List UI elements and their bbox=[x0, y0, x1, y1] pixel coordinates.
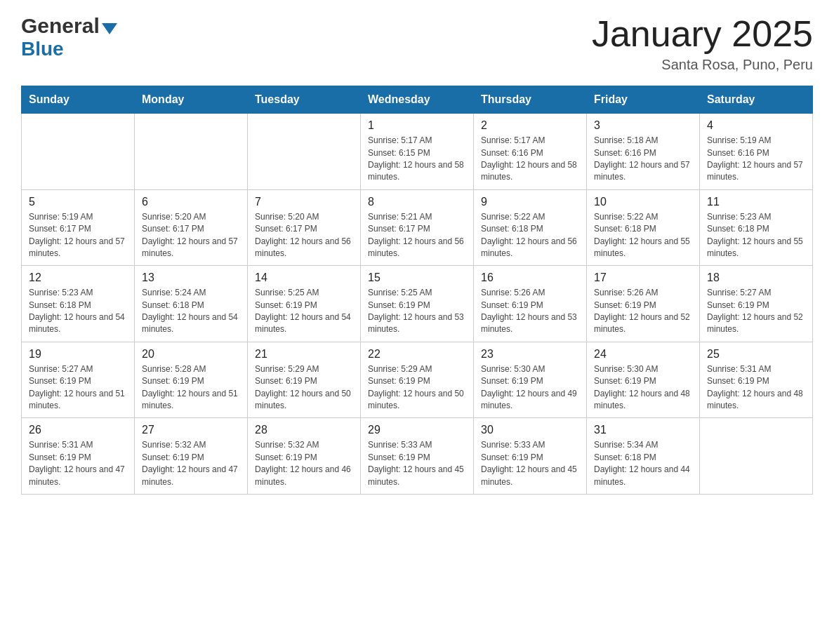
cell-day-number: 6 bbox=[142, 196, 240, 208]
logo-triangle-icon bbox=[102, 23, 117, 34]
cell-day-number: 3 bbox=[594, 119, 692, 132]
cell-info-text: Sunrise: 5:28 AM Sunset: 6:19 PM Dayligh… bbox=[142, 363, 240, 412]
cell-day-number: 26 bbox=[29, 424, 127, 436]
cell-day-number: 5 bbox=[29, 196, 127, 208]
calendar-cell bbox=[700, 418, 813, 495]
cell-info-text: Sunrise: 5:25 AM Sunset: 6:19 PM Dayligh… bbox=[368, 287, 466, 336]
calendar-cell: 3Sunrise: 5:18 AM Sunset: 6:16 PM Daylig… bbox=[587, 114, 700, 190]
calendar-cell: 2Sunrise: 5:17 AM Sunset: 6:16 PM Daylig… bbox=[474, 114, 587, 190]
header-row: SundayMondayTuesdayWednesdayThursdayFrid… bbox=[22, 86, 813, 114]
calendar-cell: 8Sunrise: 5:21 AM Sunset: 6:17 PM Daylig… bbox=[361, 189, 474, 266]
cell-day-number: 30 bbox=[481, 424, 579, 436]
calendar-cell: 12Sunrise: 5:23 AM Sunset: 6:18 PM Dayli… bbox=[22, 266, 135, 342]
cell-info-text: Sunrise: 5:34 AM Sunset: 6:18 PM Dayligh… bbox=[594, 439, 692, 488]
calendar-cell: 30Sunrise: 5:33 AM Sunset: 6:19 PM Dayli… bbox=[474, 418, 587, 495]
cell-info-text: Sunrise: 5:26 AM Sunset: 6:19 PM Dayligh… bbox=[594, 287, 692, 336]
day-header-tuesday: Tuesday bbox=[248, 86, 361, 114]
week-row-1: 1Sunrise: 5:17 AM Sunset: 6:15 PM Daylig… bbox=[22, 114, 813, 190]
cell-info-text: Sunrise: 5:26 AM Sunset: 6:19 PM Dayligh… bbox=[481, 287, 579, 336]
cell-info-text: Sunrise: 5:31 AM Sunset: 6:19 PM Dayligh… bbox=[707, 363, 805, 412]
cell-info-text: Sunrise: 5:29 AM Sunset: 6:19 PM Dayligh… bbox=[255, 363, 353, 412]
calendar-cell bbox=[135, 114, 248, 190]
calendar-cell: 29Sunrise: 5:33 AM Sunset: 6:19 PM Dayli… bbox=[361, 418, 474, 495]
cell-info-text: Sunrise: 5:30 AM Sunset: 6:19 PM Dayligh… bbox=[481, 363, 579, 412]
day-header-thursday: Thursday bbox=[474, 86, 587, 114]
calendar-cell: 17Sunrise: 5:26 AM Sunset: 6:19 PM Dayli… bbox=[587, 266, 700, 342]
cell-info-text: Sunrise: 5:20 AM Sunset: 6:17 PM Dayligh… bbox=[255, 211, 353, 260]
calendar-cell: 26Sunrise: 5:31 AM Sunset: 6:19 PM Dayli… bbox=[22, 418, 135, 495]
calendar-cell: 1Sunrise: 5:17 AM Sunset: 6:15 PM Daylig… bbox=[361, 114, 474, 190]
cell-day-number: 10 bbox=[594, 196, 692, 208]
calendar-cell: 16Sunrise: 5:26 AM Sunset: 6:19 PM Dayli… bbox=[474, 266, 587, 342]
cell-day-number: 14 bbox=[255, 271, 353, 284]
cell-info-text: Sunrise: 5:19 AM Sunset: 6:16 PM Dayligh… bbox=[707, 135, 805, 184]
cell-day-number: 7 bbox=[255, 196, 353, 208]
logo: General Blue bbox=[21, 14, 117, 60]
calendar-cell: 6Sunrise: 5:20 AM Sunset: 6:17 PM Daylig… bbox=[135, 189, 248, 266]
calendar-cell: 28Sunrise: 5:32 AM Sunset: 6:19 PM Dayli… bbox=[248, 418, 361, 495]
week-row-3: 12Sunrise: 5:23 AM Sunset: 6:18 PM Dayli… bbox=[22, 266, 813, 342]
cell-info-text: Sunrise: 5:24 AM Sunset: 6:18 PM Dayligh… bbox=[142, 287, 240, 336]
cell-info-text: Sunrise: 5:29 AM Sunset: 6:19 PM Dayligh… bbox=[368, 363, 466, 412]
calendar-cell: 22Sunrise: 5:29 AM Sunset: 6:19 PM Dayli… bbox=[361, 342, 474, 418]
cell-day-number: 20 bbox=[142, 348, 240, 361]
calendar-header: SundayMondayTuesdayWednesdayThursdayFrid… bbox=[22, 86, 813, 114]
cell-info-text: Sunrise: 5:17 AM Sunset: 6:16 PM Dayligh… bbox=[481, 135, 579, 184]
calendar-cell bbox=[248, 114, 361, 190]
calendar-cell: 31Sunrise: 5:34 AM Sunset: 6:18 PM Dayli… bbox=[587, 418, 700, 495]
cell-day-number: 13 bbox=[142, 271, 240, 284]
cell-day-number: 4 bbox=[707, 119, 805, 132]
calendar-cell: 13Sunrise: 5:24 AM Sunset: 6:18 PM Dayli… bbox=[135, 266, 248, 342]
calendar-cell bbox=[22, 114, 135, 190]
day-header-sunday: Sunday bbox=[22, 86, 135, 114]
cell-info-text: Sunrise: 5:30 AM Sunset: 6:19 PM Dayligh… bbox=[594, 363, 692, 412]
cell-info-text: Sunrise: 5:25 AM Sunset: 6:19 PM Dayligh… bbox=[255, 287, 353, 336]
logo-blue-text: Blue bbox=[21, 38, 117, 60]
cell-info-text: Sunrise: 5:19 AM Sunset: 6:17 PM Dayligh… bbox=[29, 211, 127, 260]
calendar-table: SundayMondayTuesdayWednesdayThursdayFrid… bbox=[21, 86, 813, 495]
day-header-friday: Friday bbox=[587, 86, 700, 114]
cell-day-number: 28 bbox=[255, 424, 353, 436]
cell-day-number: 19 bbox=[29, 348, 127, 361]
cell-day-number: 18 bbox=[707, 271, 805, 284]
cell-info-text: Sunrise: 5:33 AM Sunset: 6:19 PM Dayligh… bbox=[368, 439, 466, 488]
cell-info-text: Sunrise: 5:18 AM Sunset: 6:16 PM Dayligh… bbox=[594, 135, 692, 184]
title-block: January 2025 Santa Rosa, Puno, Peru bbox=[592, 14, 813, 73]
calendar-cell: 27Sunrise: 5:32 AM Sunset: 6:19 PM Dayli… bbox=[135, 418, 248, 495]
cell-day-number: 23 bbox=[481, 348, 579, 361]
cell-day-number: 8 bbox=[368, 196, 466, 208]
cell-day-number: 21 bbox=[255, 348, 353, 361]
cell-info-text: Sunrise: 5:20 AM Sunset: 6:17 PM Dayligh… bbox=[142, 211, 240, 260]
cell-info-text: Sunrise: 5:31 AM Sunset: 6:19 PM Dayligh… bbox=[29, 439, 127, 488]
calendar-cell: 21Sunrise: 5:29 AM Sunset: 6:19 PM Dayli… bbox=[248, 342, 361, 418]
cell-info-text: Sunrise: 5:23 AM Sunset: 6:18 PM Dayligh… bbox=[29, 287, 127, 336]
calendar-cell: 9Sunrise: 5:22 AM Sunset: 6:18 PM Daylig… bbox=[474, 189, 587, 266]
cell-info-text: Sunrise: 5:32 AM Sunset: 6:19 PM Dayligh… bbox=[142, 439, 240, 488]
cell-day-number: 2 bbox=[481, 119, 579, 132]
day-header-saturday: Saturday bbox=[700, 86, 813, 114]
calendar-cell: 25Sunrise: 5:31 AM Sunset: 6:19 PM Dayli… bbox=[700, 342, 813, 418]
calendar-cell: 23Sunrise: 5:30 AM Sunset: 6:19 PM Dayli… bbox=[474, 342, 587, 418]
day-header-wednesday: Wednesday bbox=[361, 86, 474, 114]
cell-info-text: Sunrise: 5:32 AM Sunset: 6:19 PM Dayligh… bbox=[255, 439, 353, 488]
cell-info-text: Sunrise: 5:27 AM Sunset: 6:19 PM Dayligh… bbox=[707, 287, 805, 336]
cell-info-text: Sunrise: 5:22 AM Sunset: 6:18 PM Dayligh… bbox=[594, 211, 692, 260]
calendar-cell: 5Sunrise: 5:19 AM Sunset: 6:17 PM Daylig… bbox=[22, 189, 135, 266]
calendar-cell: 11Sunrise: 5:23 AM Sunset: 6:18 PM Dayli… bbox=[700, 189, 813, 266]
calendar-cell: 7Sunrise: 5:20 AM Sunset: 6:17 PM Daylig… bbox=[248, 189, 361, 266]
calendar-cell: 20Sunrise: 5:28 AM Sunset: 6:19 PM Dayli… bbox=[135, 342, 248, 418]
cell-info-text: Sunrise: 5:22 AM Sunset: 6:18 PM Dayligh… bbox=[481, 211, 579, 260]
cell-info-text: Sunrise: 5:23 AM Sunset: 6:18 PM Dayligh… bbox=[707, 211, 805, 260]
calendar-body: 1Sunrise: 5:17 AM Sunset: 6:15 PM Daylig… bbox=[22, 114, 813, 495]
cell-day-number: 1 bbox=[368, 119, 466, 132]
cell-day-number: 24 bbox=[594, 348, 692, 361]
calendar-cell: 19Sunrise: 5:27 AM Sunset: 6:19 PM Dayli… bbox=[22, 342, 135, 418]
calendar-cell: 14Sunrise: 5:25 AM Sunset: 6:19 PM Dayli… bbox=[248, 266, 361, 342]
logo-general-text: General bbox=[21, 14, 100, 38]
cell-day-number: 25 bbox=[707, 348, 805, 361]
cell-day-number: 16 bbox=[481, 271, 579, 284]
cell-day-number: 15 bbox=[368, 271, 466, 284]
calendar-cell: 4Sunrise: 5:19 AM Sunset: 6:16 PM Daylig… bbox=[700, 114, 813, 190]
calendar-cell: 24Sunrise: 5:30 AM Sunset: 6:19 PM Dayli… bbox=[587, 342, 700, 418]
cell-day-number: 29 bbox=[368, 424, 466, 436]
